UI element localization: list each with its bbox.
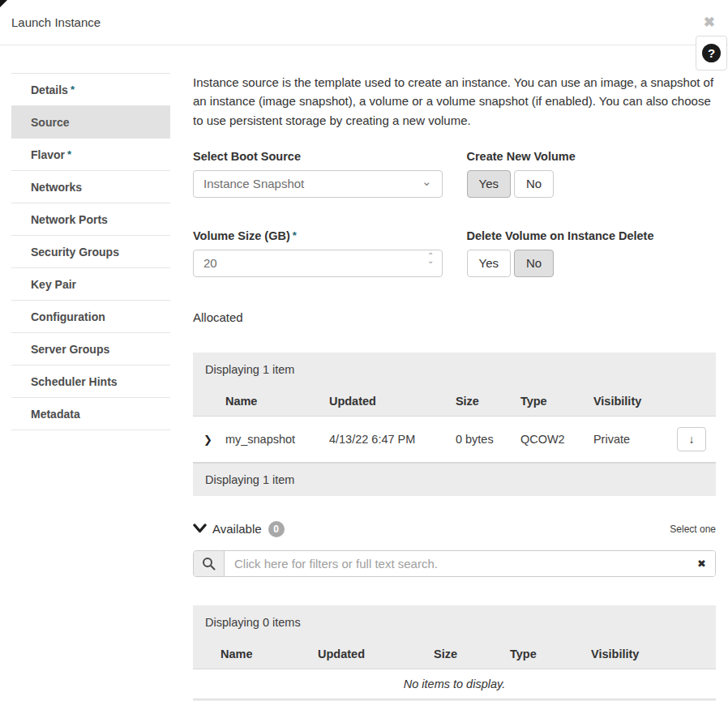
volume-size-field: Volume Size (GB)* ⌃⌄: [193, 229, 443, 277]
source-form: Select Boot Source Instance Snapshot ⌄ C…: [193, 150, 716, 277]
search-addon[interactable]: [194, 551, 225, 576]
boot-source-label: Select Boot Source: [193, 150, 443, 163]
empty-row: No items to display.: [193, 669, 716, 699]
col-header-type: Type: [503, 639, 585, 669]
sidebar-item-networks[interactable]: Networks: [11, 171, 170, 203]
allocated-table: Displaying 1 item Name Updated Size Type…: [193, 353, 716, 496]
col-header-type: Type: [514, 387, 587, 417]
select-one-hint: Select one: [670, 524, 716, 535]
chevron-right-icon[interactable]: ❯: [203, 434, 212, 446]
sidebar-item-scheduler-hints[interactable]: Scheduler Hints: [11, 365, 170, 398]
required-asterisk: *: [71, 83, 75, 96]
col-header-visibility: Visibility: [587, 387, 670, 417]
cell-type: QCOW2: [514, 416, 587, 462]
available-table: Displaying 0 items Name Updated Size Typ…: [193, 605, 716, 701]
sidebar-item-key-pair[interactable]: Key Pair: [11, 268, 170, 301]
create-new-volume-toggle: Yes No: [467, 170, 717, 198]
deallocate-button[interactable]: ↓: [677, 427, 706, 451]
sidebar-item-security-groups[interactable]: Security Groups: [11, 236, 170, 268]
sidebar-item-metadata[interactable]: Metadata: [11, 398, 170, 430]
sidebar-item-configuration[interactable]: Configuration: [11, 301, 170, 333]
clear-search-icon[interactable]: ✖: [697, 558, 706, 570]
search-icon: [202, 557, 216, 571]
help-button[interactable]: ?: [696, 36, 727, 71]
stepper-arrows-icon[interactable]: ⌃⌄: [427, 254, 434, 263]
col-header-updated: Updated: [323, 387, 449, 417]
cell-visibility: Private: [587, 416, 670, 462]
modal-body: Details* Source Flavor* Networks Network…: [0, 45, 728, 701]
allocated-count: Displaying 1 item: [193, 353, 716, 387]
allocated-heading: Allocated: [193, 310, 716, 324]
boot-source-value: Instance Snapshot: [203, 177, 304, 190]
cell-size: 0 bytes: [449, 416, 514, 462]
delete-volume-label: Delete Volume on Instance Delete: [467, 229, 717, 242]
modal-header: Launch Instance ✖: [0, 0, 728, 45]
delete-volume-field: Delete Volume on Instance Delete Yes No: [467, 229, 717, 277]
col-header-name: Name: [219, 387, 323, 417]
required-asterisk: *: [67, 148, 71, 160]
help-icon: ?: [702, 44, 721, 62]
volume-size-stepper: ⌃⌄: [193, 250, 443, 277]
table-row[interactable]: ❯ my_snapshot 4/13/22 6:47 PM 0 bytes QC…: [193, 416, 716, 462]
chevron-down-icon: ⌄: [422, 174, 432, 189]
create-volume-no-button[interactable]: No: [514, 170, 554, 198]
arrow-down-icon: ↓: [689, 433, 695, 446]
col-header-size: Size: [449, 387, 514, 417]
filter-searchbar: ✖: [193, 550, 716, 577]
modal-title: Launch Instance: [11, 15, 101, 29]
boot-source-field: Select Boot Source Instance Snapshot ⌄: [193, 150, 443, 198]
source-panel: Instance source is the template used to …: [193, 73, 716, 701]
required-asterisk: *: [293, 229, 297, 242]
available-header-row: Name Updated Size Type Visibility: [193, 639, 716, 669]
volume-size-input[interactable]: [193, 250, 443, 277]
col-header-visibility: Visibility: [585, 639, 716, 669]
col-header-name: Name: [193, 639, 311, 669]
boot-source-select[interactable]: Instance Snapshot ⌄: [193, 170, 443, 198]
available-section-header: Available 0 Select one: [193, 521, 716, 537]
search-input[interactable]: [225, 551, 715, 576]
wizard-sidebar: Details* Source Flavor* Networks Network…: [11, 73, 170, 701]
volume-size-label: Volume Size (GB)*: [193, 229, 443, 242]
create-volume-yes-button[interactable]: Yes: [467, 170, 511, 198]
col-header-size: Size: [427, 639, 503, 669]
create-new-volume-label: Create New Volume: [467, 150, 717, 163]
allocated-footer: Displaying 1 item: [193, 463, 716, 496]
chevron-down-icon[interactable]: [193, 524, 207, 534]
col-header-updated: Updated: [311, 639, 427, 669]
delete-volume-yes-button[interactable]: Yes: [467, 250, 511, 277]
sidebar-item-network-ports[interactable]: Network Ports: [11, 203, 170, 236]
delete-volume-no-button[interactable]: No: [514, 250, 554, 277]
delete-volume-toggle: Yes No: [467, 250, 717, 277]
empty-message: No items to display.: [193, 669, 716, 699]
available-count-badge: 0: [268, 521, 285, 537]
sidebar-item-server-groups[interactable]: Server Groups: [11, 333, 170, 365]
create-new-volume-field: Create New Volume Yes No: [467, 150, 717, 198]
available-count: Displaying 0 items: [193, 605, 716, 639]
cell-updated: 4/13/22 6:47 PM: [323, 416, 449, 462]
launch-instance-modal: Launch Instance ✖ ? Details* Source Flav…: [0, 0, 728, 701]
available-heading: Available: [212, 522, 262, 536]
source-description: Instance source is the template used to …: [193, 73, 716, 130]
sidebar-item-flavor[interactable]: Flavor*: [11, 139, 170, 171]
sidebar-item-details[interactable]: Details*: [11, 74, 170, 106]
cell-name: my_snapshot: [219, 416, 323, 462]
close-icon[interactable]: ✖: [704, 15, 715, 29]
sidebar-item-source[interactable]: Source: [11, 106, 170, 139]
allocated-header-row: Name Updated Size Type Visibility: [193, 387, 716, 417]
